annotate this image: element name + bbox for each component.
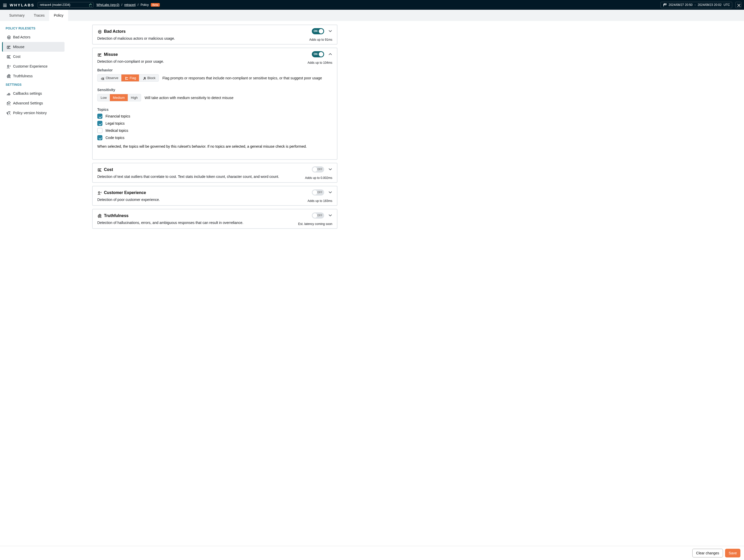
breadcrumb-org[interactable]: WhyLabs (org-0) <box>97 3 119 7</box>
sidebar-item-label: Cost <box>13 54 21 59</box>
logo: WHYLABS <box>10 3 35 7</box>
checkbox-label: Medical topics <box>106 128 128 133</box>
checkbox-legal-topics[interactable] <box>97 121 102 126</box>
checkbox-code-topics[interactable] <box>97 135 102 140</box>
card-meta: Adds up to 0.002ms <box>305 176 332 180</box>
sidebar: POLICY RULESETS Bad Actors Misuse Cost C… <box>0 21 67 532</box>
sidebar-item-label: Truthfulness <box>13 74 33 78</box>
date-to: 2024/09/23 20:02 <box>698 3 721 7</box>
sensitivity-low[interactable]: Low <box>98 94 110 101</box>
top-nav: WHYLABS retrace4 (model-2334) WhyLabs (o… <box>0 0 744 10</box>
card-bad-actors: Bad Actors Detection of malicious actors… <box>92 25 337 44</box>
skull-icon <box>6 35 10 39</box>
sidebar-heading-settings: SETTINGS <box>2 81 65 88</box>
expand-cost[interactable] <box>328 166 332 172</box>
card-misuse: Misuse Detection of non-compliant or poo… <box>92 48 337 160</box>
sidebar-item-advanced[interactable]: Advanced Settings <box>2 98 65 108</box>
breadcrumb-project[interactable]: retrace4 <box>124 3 136 7</box>
toggle-misuse[interactable]: ON <box>312 51 324 57</box>
footer: Clear changes Save <box>0 546 744 560</box>
behavior-label: Behavior <box>97 68 332 72</box>
history-icon <box>6 111 10 115</box>
date-from: 2024/08/27 20:50 <box>668 3 692 7</box>
check-icon <box>98 114 102 118</box>
cost-icon <box>97 167 101 172</box>
sidebar-item-label: Policy version history <box>13 111 47 115</box>
card-cx: Customer Experience Detection of poor cu… <box>92 186 337 206</box>
card-meta: Est. latency coming soon <box>298 222 332 226</box>
behavior-block[interactable]: Block <box>139 74 158 81</box>
sensitivity-desc: Will take action with medium sensitivity… <box>145 96 233 100</box>
sidebar-item-callbacks[interactable]: Callbacks settings <box>2 88 65 98</box>
date-tz: UTC <box>723 3 730 7</box>
sidebar-heading-rulesets: POLICY RULESETS <box>2 25 65 32</box>
behavior-segmented: Observe Flag Block <box>97 74 159 82</box>
chevron-up-down-icon <box>88 3 92 6</box>
card-title: Cost <box>97 167 332 172</box>
toggle-truth[interactable]: OFF <box>312 213 324 219</box>
sensitivity-segmented: Low Medium High <box>97 94 141 101</box>
close-button[interactable] <box>735 2 741 8</box>
checkbox-label: Legal topics <box>106 121 125 125</box>
breadcrumb: WhyLabs (org-0) / retrace4 / Policy Beta <box>97 3 160 7</box>
check-icon <box>98 136 102 140</box>
checkbox-label: Financial topics <box>106 114 130 118</box>
checkbox-label: Code topics <box>106 136 124 140</box>
sidebar-item-label: Bad Actors <box>13 35 31 39</box>
sensitivity-high[interactable]: High <box>128 94 141 101</box>
behavior-flag[interactable]: Flag <box>121 74 139 81</box>
checkbox-medical-topics[interactable] <box>97 128 102 133</box>
user-plus-icon <box>97 191 101 195</box>
card-truth: Truthfulness Detection of hallucinations… <box>92 209 337 229</box>
model-selector[interactable]: retrace4 (model-2334) <box>38 2 94 8</box>
tab-traces[interactable]: Traces <box>29 10 49 21</box>
tabs: Summary Traces Policy <box>0 10 744 21</box>
date-range-picker[interactable]: 2024/08/27 20:50 - 2024/09/23 20:02 UTC <box>661 2 732 8</box>
card-desc: Detection of malicious actors or malicio… <box>97 36 332 40</box>
sidebar-item-label: Advanced Settings <box>13 101 43 105</box>
toggle-cx[interactable]: OFF <box>312 189 324 195</box>
close-icon <box>736 3 740 7</box>
expand-cx[interactable] <box>328 190 332 195</box>
save-button[interactable]: Save <box>725 549 740 557</box>
check-icon <box>98 121 102 125</box>
sidebar-item-bad-actors[interactable]: Bad Actors <box>2 32 65 42</box>
misuse-icon <box>97 52 101 57</box>
card-title: Truthfulness <box>97 214 332 218</box>
eye-icon <box>101 76 104 80</box>
card-title: Bad Actors <box>97 29 332 34</box>
target-icon <box>6 74 10 78</box>
tab-summary[interactable]: Summary <box>5 10 29 21</box>
card-title: Customer Experience <box>97 190 332 195</box>
beta-badge: Beta <box>151 3 160 7</box>
card-meta: Adds up to 104ms <box>307 61 332 65</box>
sidebar-item-truth[interactable]: Truthfulness <box>2 71 65 81</box>
tab-policy[interactable]: Policy <box>49 10 68 21</box>
toggle-bad-actors[interactable]: ON <box>312 28 324 34</box>
sensitivity-medium[interactable]: Medium <box>110 94 128 101</box>
toggle-cost[interactable]: OFF <box>312 166 324 173</box>
sidebar-item-misuse[interactable]: Misuse <box>2 42 65 52</box>
card-desc: Detection of non-compliant or poor usage… <box>97 60 332 64</box>
sidebar-item-version[interactable]: Policy version history <box>2 108 65 118</box>
breadcrumb-page: Policy <box>141 3 149 7</box>
sidebar-item-cost[interactable]: Cost <box>2 52 65 62</box>
model-selector-value: retrace4 (model-2334) <box>40 3 70 7</box>
sidebar-item-cx[interactable]: Customer Experience <box>2 62 65 71</box>
user-plus-icon <box>6 64 10 68</box>
main: Bad Actors Detection of malicious actors… <box>67 21 343 532</box>
card-desc: Detection of text stat outliers that cor… <box>97 175 332 179</box>
checkbox-financial-topics[interactable] <box>97 114 102 119</box>
card-desc: Detection of hallucinations, errors, and… <box>97 221 332 225</box>
webhook-icon <box>6 91 10 96</box>
expand-bad-actors[interactable] <box>328 28 332 34</box>
card-meta: Adds up to 91ms <box>309 38 332 41</box>
collapse-misuse[interactable] <box>328 51 332 57</box>
behavior-observe[interactable]: Observe <box>98 74 121 81</box>
expand-truth[interactable] <box>328 213 332 218</box>
hamburger-menu-icon[interactable] <box>3 3 7 7</box>
card-title: Misuse <box>97 52 332 57</box>
topics-desc: When selected, the topics will be govern… <box>97 144 332 148</box>
clear-changes-button[interactable]: Clear changes <box>692 549 723 557</box>
card-meta: Adds up to 183ms <box>307 199 332 203</box>
